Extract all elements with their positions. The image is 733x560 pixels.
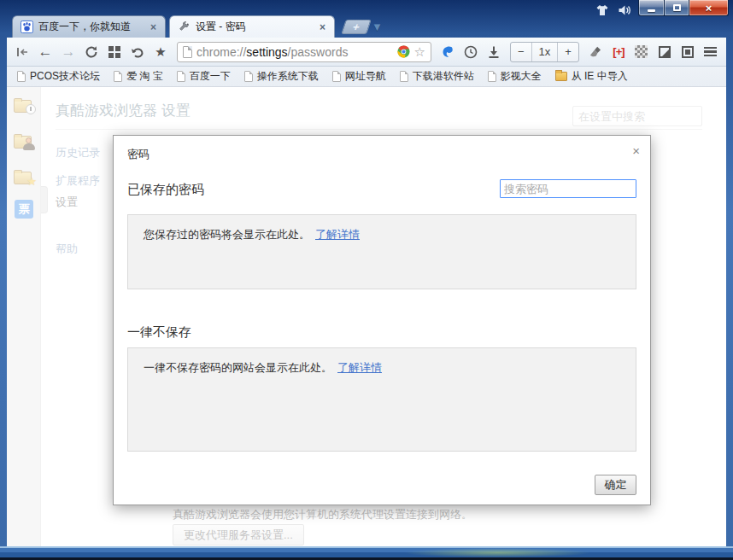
- menu-button[interactable]: [701, 42, 721, 62]
- speed-boost-icon[interactable]: [437, 42, 458, 62]
- adblock-medkit-icon[interactable]: [+]: [608, 42, 629, 62]
- page-icon: [183, 46, 192, 58]
- history-clock-icon[interactable]: [460, 42, 481, 62]
- maximize-icon: [673, 4, 681, 11]
- folder-icon: [555, 72, 567, 81]
- zoom-controls: − 1x +: [510, 42, 579, 62]
- bookmark-label: PCOS技术论坛: [30, 69, 100, 84]
- zoom-level[interactable]: 1x: [531, 43, 558, 61]
- tab-close-icon[interactable]: ×: [318, 21, 327, 33]
- saved-passwords-heading: 已保存的密码: [127, 182, 204, 198]
- bookmark-folder-import-ie[interactable]: 从 IE 中导入: [555, 69, 628, 84]
- sidebar-collapse-icon[interactable]: [12, 42, 32, 62]
- tab-settings-passwords[interactable]: 设置 - 密码 ×: [169, 15, 335, 38]
- minimize-button[interactable]: [638, 0, 665, 16]
- dialog-title: 密码: [127, 147, 150, 162]
- snapshot-icon[interactable]: [654, 42, 675, 62]
- new-tab-button[interactable]: +: [341, 20, 372, 34]
- download-icon[interactable]: [484, 42, 504, 62]
- undo-closed-tab-button[interactable]: [127, 42, 148, 62]
- bookmark-label: 爱 淘 宝: [126, 69, 163, 84]
- address-bar[interactable]: chrome://settings/passwords ☆: [177, 42, 431, 62]
- volume-speaker-icon[interactable]: [617, 3, 632, 17]
- password-search-input[interactable]: [500, 179, 636, 198]
- page-icon: [400, 71, 408, 82]
- browser-window: × 百度一下，你就知道 × 设置 - 密码 × + ▼: [0, 0, 733, 560]
- new-tab-group: + ▼: [343, 18, 383, 35]
- bookmark-item[interactable]: 网址导航: [332, 69, 386, 84]
- tab-baidu[interactable]: 百度一下，你就知道 ×: [12, 15, 166, 38]
- bookmark-item[interactable]: 下载港软件站: [400, 69, 474, 84]
- ok-button[interactable]: 确定: [595, 475, 636, 495]
- window-controls: ×: [638, 0, 729, 16]
- bookmark-label: 网址导航: [345, 69, 386, 84]
- learn-more-link[interactable]: 了解详情: [315, 228, 360, 241]
- url-path: /passwords: [288, 45, 349, 59]
- page-icon: [332, 71, 341, 82]
- skin-shirt-icon[interactable]: [595, 3, 610, 17]
- minimize-icon: [648, 9, 655, 12]
- passwords-dialog: 密码 × 已保存的密码 您保存过的密码将会显示在此处。了解详情 一律不保存 一律…: [113, 135, 651, 505]
- checker-icon: [635, 45, 648, 58]
- url-text[interactable]: chrome://settings/passwords: [196, 45, 393, 59]
- favorites-star-button[interactable]: ★: [150, 42, 171, 62]
- zoom-out-button[interactable]: −: [511, 43, 531, 61]
- tab-strip: 百度一下，你就知道 × 设置 - 密码 × + ▼: [12, 15, 383, 38]
- tab-list-dropdown-icon[interactable]: ▼: [372, 20, 383, 33]
- baidu-paw-favicon-icon: [21, 20, 33, 33]
- bookmark-label: 操作系统下载: [257, 69, 319, 84]
- never-saved-heading: 一律不保存: [127, 324, 191, 341]
- saved-passwords-empty-box: 您保存过的密码将会显示在此处。了解详情: [127, 214, 636, 289]
- url-host: settings: [246, 45, 287, 59]
- apps-grid-button[interactable]: [104, 42, 125, 62]
- page-icon: [177, 71, 185, 82]
- zoom-in-button[interactable]: +: [557, 43, 578, 61]
- maximize-button[interactable]: [665, 0, 689, 16]
- saved-empty-text: 您保存过的密码将会显示在此处。: [144, 228, 310, 241]
- hamburger-icon: [704, 47, 717, 56]
- grid-icon: [108, 46, 120, 58]
- reader-icon: [682, 46, 694, 58]
- close-icon: ×: [706, 2, 712, 15]
- page-icon: [17, 71, 26, 82]
- snap-icon: [659, 46, 671, 58]
- page-icon: [488, 71, 496, 82]
- learn-more-link[interactable]: 了解详情: [337, 361, 382, 374]
- bookmark-item[interactable]: 爱 淘 宝: [114, 69, 163, 84]
- url-scheme: chrome://: [196, 45, 246, 59]
- page-content: ★ 票 真酷游戏浏览器 设置 历史记录 扩展程序 设置 帮助 真酷游戏浏览器会使…: [7, 87, 726, 546]
- page-icon: [244, 71, 253, 82]
- bookmark-page-star-icon[interactable]: ☆: [414, 44, 425, 60]
- bookmark-label: 影视大全: [501, 69, 542, 84]
- titlebar[interactable]: × 百度一下，你就知道 × 设置 - 密码 × + ▼: [0, 0, 733, 38]
- bookmark-label: 从 IE 中导入: [572, 69, 628, 84]
- boss-key-icon[interactable]: [677, 42, 698, 62]
- caption-tools: [595, 3, 632, 17]
- main-toolbar: ← → ★ chrome://settings/passwords ☆: [7, 38, 726, 67]
- close-window-button[interactable]: ×: [689, 0, 729, 16]
- tab-title: 百度一下，你就知道: [38, 20, 149, 34]
- never-saved-empty-box: 一律不保存密码的网站会显示在此处。了解详情: [127, 347, 636, 452]
- tab-title: 设置 - 密码: [196, 20, 318, 34]
- browser-client-area: ← → ★ chrome://settings/passwords ☆: [7, 38, 726, 546]
- wrench-favicon-icon: [178, 20, 191, 33]
- dialog-close-icon[interactable]: ×: [632, 143, 640, 158]
- window-bottom-frame: [0, 546, 733, 560]
- bookmark-item[interactable]: 百度一下: [177, 69, 231, 84]
- bookmark-label: 百度一下: [190, 69, 231, 84]
- bookmark-label: 下载港软件站: [413, 69, 474, 84]
- bookmark-item[interactable]: PCOS技术论坛: [17, 69, 100, 84]
- forward-button[interactable]: →: [58, 42, 79, 62]
- chrome-kernel-icon[interactable]: [397, 45, 410, 58]
- back-button[interactable]: ←: [35, 42, 56, 62]
- clean-broom-icon[interactable]: [585, 42, 606, 62]
- page-icon: [114, 71, 122, 82]
- bookmark-item[interactable]: 影视大全: [488, 69, 542, 84]
- refresh-button[interactable]: [81, 42, 102, 62]
- tab-close-icon[interactable]: ×: [149, 21, 158, 33]
- transparency-checker-icon[interactable]: [631, 42, 652, 62]
- never-empty-text: 一律不保存密码的网站会显示在此处。: [144, 361, 332, 374]
- bookmarks-bar: PCOS技术论坛 爱 淘 宝 百度一下 操作系统下载 网址导航 下载港软件站 影…: [7, 67, 726, 87]
- bookmark-item[interactable]: 操作系统下载: [244, 69, 319, 84]
